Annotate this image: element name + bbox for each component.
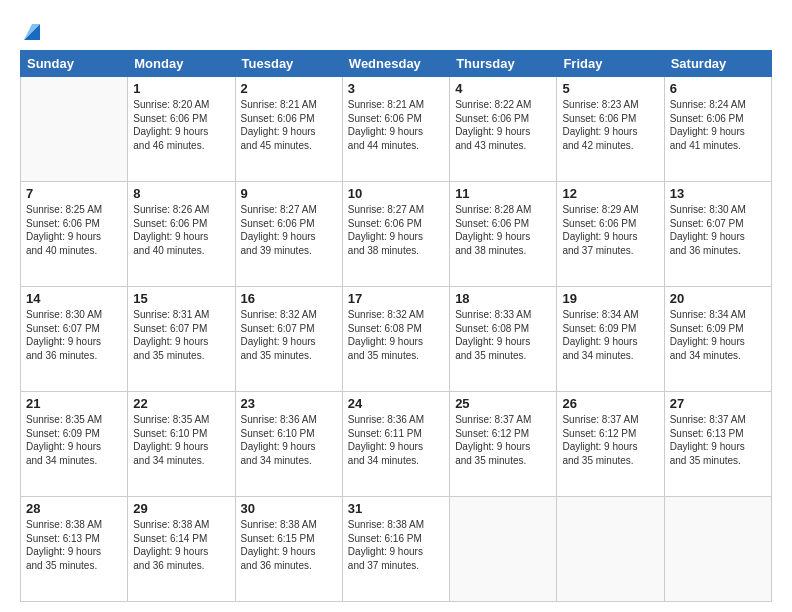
- calendar-cell: 24Sunrise: 8:36 AM Sunset: 6:11 PM Dayli…: [342, 392, 449, 497]
- calendar-cell: 17Sunrise: 8:32 AM Sunset: 6:08 PM Dayli…: [342, 287, 449, 392]
- week-row-3: 14Sunrise: 8:30 AM Sunset: 6:07 PM Dayli…: [21, 287, 772, 392]
- cell-info: Sunrise: 8:32 AM Sunset: 6:07 PM Dayligh…: [241, 308, 337, 362]
- cell-info: Sunrise: 8:30 AM Sunset: 6:07 PM Dayligh…: [670, 203, 766, 257]
- day-number: 7: [26, 186, 122, 201]
- cell-info: Sunrise: 8:34 AM Sunset: 6:09 PM Dayligh…: [670, 308, 766, 362]
- day-number: 23: [241, 396, 337, 411]
- day-number: 19: [562, 291, 658, 306]
- cell-info: Sunrise: 8:24 AM Sunset: 6:06 PM Dayligh…: [670, 98, 766, 152]
- cell-info: Sunrise: 8:38 AM Sunset: 6:16 PM Dayligh…: [348, 518, 444, 572]
- day-number: 28: [26, 501, 122, 516]
- day-number: 11: [455, 186, 551, 201]
- cell-info: Sunrise: 8:29 AM Sunset: 6:06 PM Dayligh…: [562, 203, 658, 257]
- cell-info: Sunrise: 8:23 AM Sunset: 6:06 PM Dayligh…: [562, 98, 658, 152]
- cell-info: Sunrise: 8:33 AM Sunset: 6:08 PM Dayligh…: [455, 308, 551, 362]
- cell-info: Sunrise: 8:31 AM Sunset: 6:07 PM Dayligh…: [133, 308, 229, 362]
- cell-info: Sunrise: 8:20 AM Sunset: 6:06 PM Dayligh…: [133, 98, 229, 152]
- cell-info: Sunrise: 8:36 AM Sunset: 6:11 PM Dayligh…: [348, 413, 444, 467]
- day-number: 16: [241, 291, 337, 306]
- day-number: 26: [562, 396, 658, 411]
- col-header-friday: Friday: [557, 51, 664, 77]
- cell-info: Sunrise: 8:25 AM Sunset: 6:06 PM Dayligh…: [26, 203, 122, 257]
- col-header-saturday: Saturday: [664, 51, 771, 77]
- calendar-cell: 30Sunrise: 8:38 AM Sunset: 6:15 PM Dayli…: [235, 497, 342, 602]
- day-number: 14: [26, 291, 122, 306]
- calendar-cell: 31Sunrise: 8:38 AM Sunset: 6:16 PM Dayli…: [342, 497, 449, 602]
- cell-info: Sunrise: 8:27 AM Sunset: 6:06 PM Dayligh…: [241, 203, 337, 257]
- calendar-cell: 7Sunrise: 8:25 AM Sunset: 6:06 PM Daylig…: [21, 182, 128, 287]
- calendar-cell: 10Sunrise: 8:27 AM Sunset: 6:06 PM Dayli…: [342, 182, 449, 287]
- day-number: 29: [133, 501, 229, 516]
- cell-info: Sunrise: 8:28 AM Sunset: 6:06 PM Dayligh…: [455, 203, 551, 257]
- calendar-cell: 20Sunrise: 8:34 AM Sunset: 6:09 PM Dayli…: [664, 287, 771, 392]
- header-row: SundayMondayTuesdayWednesdayThursdayFrid…: [21, 51, 772, 77]
- calendar-cell: 3Sunrise: 8:21 AM Sunset: 6:06 PM Daylig…: [342, 77, 449, 182]
- calendar-cell: 27Sunrise: 8:37 AM Sunset: 6:13 PM Dayli…: [664, 392, 771, 497]
- day-number: 18: [455, 291, 551, 306]
- header: [20, 18, 772, 42]
- day-number: 15: [133, 291, 229, 306]
- week-row-4: 21Sunrise: 8:35 AM Sunset: 6:09 PM Dayli…: [21, 392, 772, 497]
- cell-info: Sunrise: 8:38 AM Sunset: 6:13 PM Dayligh…: [26, 518, 122, 572]
- calendar-cell: [21, 77, 128, 182]
- week-row-2: 7Sunrise: 8:25 AM Sunset: 6:06 PM Daylig…: [21, 182, 772, 287]
- day-number: 25: [455, 396, 551, 411]
- calendar-cell: 12Sunrise: 8:29 AM Sunset: 6:06 PM Dayli…: [557, 182, 664, 287]
- cell-info: Sunrise: 8:38 AM Sunset: 6:14 PM Dayligh…: [133, 518, 229, 572]
- calendar-cell: 21Sunrise: 8:35 AM Sunset: 6:09 PM Dayli…: [21, 392, 128, 497]
- day-number: 24: [348, 396, 444, 411]
- calendar-cell: [664, 497, 771, 602]
- logo-icon: [22, 20, 42, 42]
- day-number: 3: [348, 81, 444, 96]
- day-number: 21: [26, 396, 122, 411]
- day-number: 8: [133, 186, 229, 201]
- col-header-sunday: Sunday: [21, 51, 128, 77]
- cell-info: Sunrise: 8:22 AM Sunset: 6:06 PM Dayligh…: [455, 98, 551, 152]
- day-number: 5: [562, 81, 658, 96]
- week-row-1: 1Sunrise: 8:20 AM Sunset: 6:06 PM Daylig…: [21, 77, 772, 182]
- cell-info: Sunrise: 8:21 AM Sunset: 6:06 PM Dayligh…: [241, 98, 337, 152]
- calendar-cell: 5Sunrise: 8:23 AM Sunset: 6:06 PM Daylig…: [557, 77, 664, 182]
- cell-info: Sunrise: 8:32 AM Sunset: 6:08 PM Dayligh…: [348, 308, 444, 362]
- cell-info: Sunrise: 8:26 AM Sunset: 6:06 PM Dayligh…: [133, 203, 229, 257]
- calendar-cell: 29Sunrise: 8:38 AM Sunset: 6:14 PM Dayli…: [128, 497, 235, 602]
- cell-info: Sunrise: 8:36 AM Sunset: 6:10 PM Dayligh…: [241, 413, 337, 467]
- cell-info: Sunrise: 8:37 AM Sunset: 6:12 PM Dayligh…: [562, 413, 658, 467]
- cell-info: Sunrise: 8:37 AM Sunset: 6:12 PM Dayligh…: [455, 413, 551, 467]
- cell-info: Sunrise: 8:27 AM Sunset: 6:06 PM Dayligh…: [348, 203, 444, 257]
- col-header-wednesday: Wednesday: [342, 51, 449, 77]
- calendar-cell: 22Sunrise: 8:35 AM Sunset: 6:10 PM Dayli…: [128, 392, 235, 497]
- day-number: 30: [241, 501, 337, 516]
- calendar-cell: 25Sunrise: 8:37 AM Sunset: 6:12 PM Dayli…: [450, 392, 557, 497]
- cell-info: Sunrise: 8:35 AM Sunset: 6:09 PM Dayligh…: [26, 413, 122, 467]
- col-header-monday: Monday: [128, 51, 235, 77]
- calendar-cell: 4Sunrise: 8:22 AM Sunset: 6:06 PM Daylig…: [450, 77, 557, 182]
- cell-info: Sunrise: 8:21 AM Sunset: 6:06 PM Dayligh…: [348, 98, 444, 152]
- col-header-thursday: Thursday: [450, 51, 557, 77]
- day-number: 22: [133, 396, 229, 411]
- calendar-cell: 26Sunrise: 8:37 AM Sunset: 6:12 PM Dayli…: [557, 392, 664, 497]
- cell-info: Sunrise: 8:38 AM Sunset: 6:15 PM Dayligh…: [241, 518, 337, 572]
- day-number: 6: [670, 81, 766, 96]
- calendar-cell: 14Sunrise: 8:30 AM Sunset: 6:07 PM Dayli…: [21, 287, 128, 392]
- calendar: SundayMondayTuesdayWednesdayThursdayFrid…: [20, 50, 772, 602]
- calendar-cell: 8Sunrise: 8:26 AM Sunset: 6:06 PM Daylig…: [128, 182, 235, 287]
- week-row-5: 28Sunrise: 8:38 AM Sunset: 6:13 PM Dayli…: [21, 497, 772, 602]
- col-header-tuesday: Tuesday: [235, 51, 342, 77]
- cell-info: Sunrise: 8:34 AM Sunset: 6:09 PM Dayligh…: [562, 308, 658, 362]
- logo: [20, 22, 42, 42]
- day-number: 2: [241, 81, 337, 96]
- calendar-cell: 18Sunrise: 8:33 AM Sunset: 6:08 PM Dayli…: [450, 287, 557, 392]
- calendar-cell: 13Sunrise: 8:30 AM Sunset: 6:07 PM Dayli…: [664, 182, 771, 287]
- calendar-cell: 19Sunrise: 8:34 AM Sunset: 6:09 PM Dayli…: [557, 287, 664, 392]
- day-number: 9: [241, 186, 337, 201]
- calendar-cell: 2Sunrise: 8:21 AM Sunset: 6:06 PM Daylig…: [235, 77, 342, 182]
- day-number: 17: [348, 291, 444, 306]
- day-number: 27: [670, 396, 766, 411]
- page: SundayMondayTuesdayWednesdayThursdayFrid…: [0, 0, 792, 612]
- calendar-cell: 1Sunrise: 8:20 AM Sunset: 6:06 PM Daylig…: [128, 77, 235, 182]
- calendar-cell: 28Sunrise: 8:38 AM Sunset: 6:13 PM Dayli…: [21, 497, 128, 602]
- day-number: 10: [348, 186, 444, 201]
- calendar-cell: [557, 497, 664, 602]
- calendar-cell: 15Sunrise: 8:31 AM Sunset: 6:07 PM Dayli…: [128, 287, 235, 392]
